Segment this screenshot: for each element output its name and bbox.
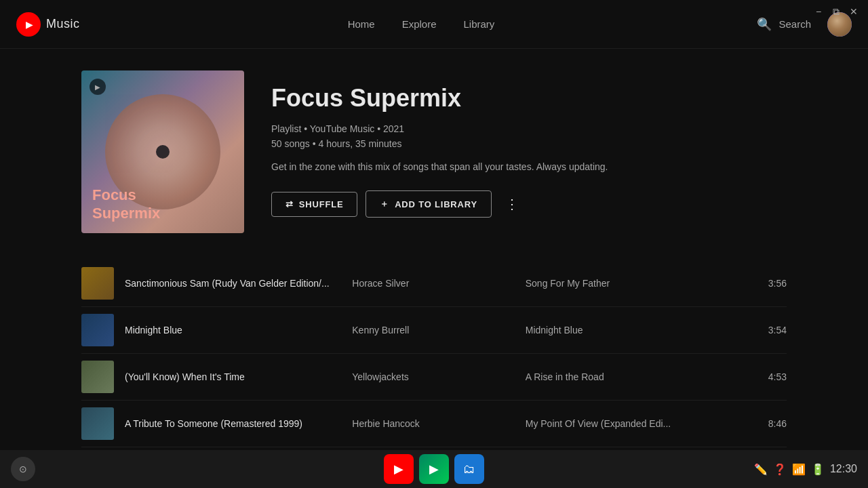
header: Music Home Explore Library 🔍 Search — [0, 0, 868, 49]
song-thumbnail — [81, 407, 114, 440]
song-artist: Horace Silver — [352, 278, 525, 289]
song-row[interactable]: (You'll Know) When It's Time Yellowjacke… — [81, 354, 787, 401]
song-row[interactable]: Sanctimonious Sam (Rudy Van Gelder Editi… — [81, 260, 787, 307]
yt-music-icon: ▶ — [394, 462, 403, 476]
minimize-button[interactable]: − — [812, 5, 825, 18]
shuffle-label: SHUFFLE — [299, 199, 344, 209]
song-thumbnail — [81, 267, 114, 300]
song-duration: 3:56 — [753, 278, 787, 289]
shuffle-button[interactable]: ⇄ SHUFFLE — [271, 192, 357, 217]
taskbar-files[interactable]: 🗂 — [454, 454, 484, 484]
battery-icon: 🔋 — [811, 463, 825, 476]
taskbar-left: ⊙ — [11, 457, 35, 481]
add-library-label: ADD TO LIBRARY — [395, 199, 477, 209]
logo-icon — [16, 12, 41, 37]
help-icon: ❓ — [773, 463, 787, 476]
song-title: A Tribute To Someone (Remastered 1999) — [125, 418, 352, 429]
song-album: Song For My Father — [526, 278, 753, 289]
song-title: Sanctimonious Sam (Rudy Van Gelder Editi… — [125, 278, 352, 289]
song-duration: 4:53 — [753, 371, 787, 382]
taskbar-icons: ▶ ▶ 🗂 — [384, 454, 484, 484]
add-library-icon: ＋ — [380, 198, 389, 210]
song-thumbnail — [81, 361, 114, 393]
clock: 12:30 — [830, 463, 857, 475]
main-content: ▶ Focus Supermix Focus Supermix Playlist… — [0, 49, 868, 450]
shuffle-icon: ⇄ — [285, 199, 294, 209]
playlist-type-icon: ▶ — [90, 79, 106, 95]
search-area: 🔍 Search — [757, 17, 811, 32]
search-icon[interactable]: 🔍 — [757, 17, 772, 32]
title-bar: − ⧉ ✕ — [804, 0, 868, 23]
play-store-icon: ▶ — [429, 462, 439, 476]
maximize-button[interactable]: ⧉ — [830, 5, 842, 18]
playlist-artwork: ▶ Focus Supermix — [81, 70, 244, 233]
song-artist: Herbie Hancock — [352, 418, 525, 429]
song-album: Midnight Blue — [526, 325, 753, 336]
taskbar-yt-music[interactable]: ▶ — [384, 454, 414, 484]
nav-library[interactable]: Library — [464, 16, 495, 33]
nav-explore[interactable]: Explore — [402, 16, 437, 33]
files-icon: 🗂 — [463, 462, 475, 476]
close-button[interactable]: ✕ — [848, 5, 860, 18]
song-title: (You'll Know) When It's Time — [125, 371, 352, 382]
main-nav: Home Explore Library — [113, 16, 730, 33]
nav-home[interactable]: Home — [348, 16, 375, 33]
playlist-info: Focus Supermix Playlist • YouTube Music … — [271, 70, 787, 233]
song-duration: 3:54 — [753, 325, 787, 336]
more-options-button[interactable]: ⋮ — [500, 190, 524, 218]
playlist-meta-line2: 50 songs • 4 hours, 35 minutes — [271, 138, 787, 149]
playlist-title: Focus Supermix — [271, 84, 787, 113]
taskbar-play-store[interactable]: ▶ — [419, 454, 449, 484]
song-title: Midnight Blue — [125, 325, 352, 336]
song-row[interactable]: Midnight Blue Kenny Burrell Midnight Blu… — [81, 307, 787, 354]
song-duration: 8:46 — [753, 418, 787, 429]
add-to-library-button[interactable]: ＋ ADD TO LIBRARY — [366, 190, 492, 218]
taskbar-right: ✏️ ❓ 📶 🔋 12:30 — [754, 463, 857, 476]
playlist-art-title: Focus Supermix — [92, 186, 160, 222]
playlist-description: Get in the zone with this mix of songs t… — [271, 160, 610, 174]
song-thumbnail — [81, 314, 114, 346]
song-row[interactable]: A Tribute To Someone (Remastered 1999) H… — [81, 401, 787, 447]
song-list: Sanctimonious Sam (Rudy Van Gelder Editi… — [81, 260, 787, 450]
wifi-icon: 📶 — [792, 463, 806, 476]
song-album: A Rise in the Road — [526, 371, 753, 382]
song-artist: Kenny Burrell — [352, 325, 525, 336]
pen-icon: ✏️ — [754, 463, 768, 476]
logo-text: Music — [46, 17, 80, 31]
playlist-actions: ⇄ SHUFFLE ＋ ADD TO LIBRARY ⋮ — [271, 190, 787, 218]
taskbar-launcher[interactable]: ⊙ — [11, 457, 35, 481]
song-artist: Yellowjackets — [352, 371, 525, 382]
taskbar: ⊙ ▶ ▶ 🗂 ✏️ ❓ 📶 🔋 12:30 — [0, 450, 868, 488]
playlist-meta-line1: Playlist • YouTube Music • 2021 — [271, 123, 787, 134]
song-album: My Point Of View (Expanded Edi... — [526, 418, 753, 429]
playlist-hero: ▶ Focus Supermix Focus Supermix Playlist… — [81, 70, 787, 233]
logo[interactable]: Music — [16, 12, 80, 37]
